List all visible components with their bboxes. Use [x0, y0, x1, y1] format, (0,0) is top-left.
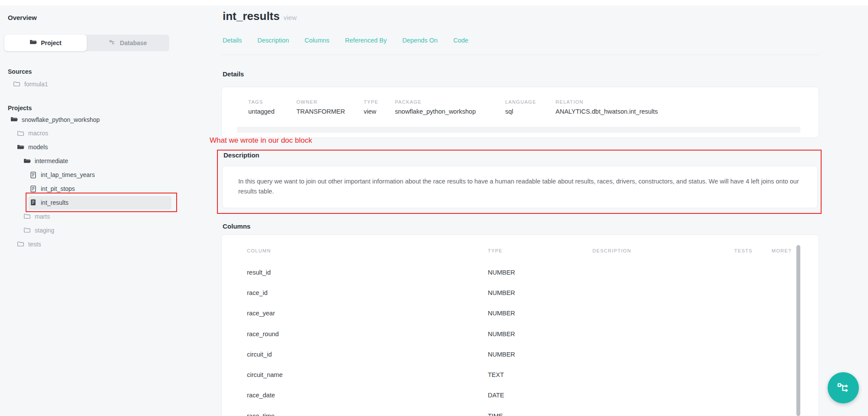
sidebar-item-label: snowflake_python_workshop	[22, 116, 100, 123]
sidebar-item-label: int_pit_stops	[41, 185, 75, 192]
column-header-more: MORE?	[772, 248, 798, 253]
detail-field-label: RELATION	[556, 99, 658, 105]
sidebar: Overview Project Database Sources formul…	[0, 5, 208, 416]
details-heading: Details	[223, 70, 244, 78]
sidebar-item-label: int_results	[41, 199, 69, 206]
detail-field-package: PACKAGEsnowflake_python_workshop	[395, 99, 505, 115]
description-card: In this query we want to join out other …	[222, 166, 818, 208]
detail-field-tags: TAGSuntagged	[248, 99, 296, 115]
file-filled-icon	[30, 199, 37, 206]
detail-field-label: TYPE	[364, 99, 395, 105]
column-header-column: COLUMN	[247, 248, 488, 253]
view-toggle: Project Database	[4, 35, 169, 51]
table-row-race_id[interactable]: race_idNUMBER	[247, 282, 798, 303]
sidebar-item-label: marts	[35, 213, 50, 220]
sidebar-item-tests[interactable]: tests	[17, 237, 41, 251]
detail-field-label: TAGS	[248, 99, 296, 105]
top-strip	[0, 0, 868, 5]
database-toggle-label: Database	[120, 39, 147, 46]
table-row-race_time[interactable]: race_timeTIME	[247, 406, 798, 416]
column-header-type: TYPE	[488, 248, 592, 253]
database-toggle-button[interactable]: Database	[87, 35, 169, 51]
tab-description[interactable]: Description	[257, 37, 289, 44]
column-name: race_time	[247, 413, 488, 416]
detail-field-label: OWNER	[296, 99, 364, 105]
sidebar-item-label: macros	[28, 130, 48, 137]
folder-open-icon	[30, 39, 37, 47]
folder-closed-icon	[23, 213, 31, 220]
sidebar-item-label: formula1	[24, 81, 48, 88]
column-name: result_id	[247, 269, 488, 276]
model-name: int_results	[223, 10, 280, 23]
folder-closed-icon	[13, 80, 20, 88]
columns-card: COLUMNTYPEDESCRIPTIONTESTSMORE? result_i…	[221, 234, 819, 416]
sidebar-item-formula1[interactable]: formula1	[13, 77, 48, 91]
column-header-description: DESCRIPTION	[592, 248, 734, 253]
details-fields: TAGSuntaggedOWNERTRANSFORMERTYPEviewPACK…	[248, 99, 658, 115]
column-type: TIME	[488, 413, 592, 416]
sidebar-item-int_pit_stops[interactable]: int_pit_stops	[30, 182, 75, 196]
detail-field-owner: OWNERTRANSFORMER	[296, 99, 364, 115]
detail-field-value: sql	[505, 108, 556, 115]
table-row-result_id[interactable]: result_idNUMBER	[247, 262, 798, 282]
folder-open-icon	[17, 144, 24, 151]
column-type: NUMBER	[488, 351, 592, 358]
table-row-race_round[interactable]: race_roundNUMBER	[247, 324, 798, 344]
sidebar-item-staging[interactable]: staging	[23, 223, 54, 237]
overview-heading: Overview	[8, 14, 37, 21]
file-outline-icon	[30, 185, 37, 193]
folder-open-icon	[10, 116, 18, 123]
lineage-graph-icon	[836, 381, 850, 395]
tab-columns[interactable]: Columns	[305, 37, 329, 44]
project-toggle-button[interactable]: Project	[4, 35, 87, 51]
column-type: NUMBER	[488, 269, 592, 276]
detail-field-value: view	[364, 108, 395, 115]
detail-field-value: TRANSFORMER	[296, 108, 364, 115]
detail-field-language: LANGUAGEsql	[505, 99, 556, 115]
folder-closed-icon	[23, 226, 31, 234]
column-type: DATE	[488, 392, 592, 399]
description-heading: Description	[224, 151, 260, 159]
tab-divider	[221, 55, 819, 55]
columns-heading: Columns	[223, 223, 250, 230]
sidebar-item-snowflake_python_workshop[interactable]: snowflake_python_workshop	[10, 113, 100, 126]
tab-referenced-by[interactable]: Referenced By	[345, 37, 387, 44]
table-row-race_year[interactable]: race_yearNUMBER	[247, 303, 798, 324]
sidebar-item-marts[interactable]: marts	[23, 210, 50, 223]
table-row-race_date[interactable]: race_dateDATE	[247, 385, 798, 406]
column-type: TEXT	[488, 371, 592, 378]
columns-table-body: result_idNUMBERrace_idNUMBERrace_yearNUM…	[247, 262, 798, 416]
model-type-label: view	[284, 14, 297, 21]
column-type: NUMBER	[488, 331, 592, 337]
sidebar-item-macros[interactable]: macros	[17, 127, 48, 140]
tab-code[interactable]: Code	[453, 37, 468, 44]
sidebar-item-int_results[interactable]: int_results	[30, 196, 69, 209]
table-scrollbar[interactable]	[796, 245, 800, 416]
sidebar-item-models[interactable]: models	[17, 141, 48, 154]
annotation-text: What we wrote in our doc block	[210, 136, 312, 145]
sources-heading: Sources	[8, 68, 32, 75]
column-name: race_year	[247, 310, 488, 317]
sidebar-item-int_lap_times_years[interactable]: int_lap_times_years	[30, 168, 95, 182]
sidebar-item-label: int_lap_times_years	[41, 171, 95, 178]
detail-field-value: snowflake_python_workshop	[395, 108, 505, 115]
projects-heading: Projects	[8, 105, 32, 111]
tab-details[interactable]: Details	[223, 37, 242, 44]
folder-closed-icon	[17, 130, 24, 137]
column-type: NUMBER	[488, 310, 592, 317]
details-collapsed-strip[interactable]	[237, 127, 800, 133]
file-outline-icon	[30, 171, 37, 179]
sidebar-item-label: staging	[35, 227, 54, 234]
lineage-graph-button[interactable]	[828, 372, 859, 403]
column-type: NUMBER	[488, 289, 592, 296]
detail-field-type: TYPEview	[364, 99, 395, 115]
sidebar-item-label: models	[28, 144, 48, 151]
tab-depends-on[interactable]: Depends On	[402, 37, 437, 44]
column-name: circuit_name	[247, 371, 488, 378]
details-card: TAGSuntaggedOWNERTRANSFORMERTYPEviewPACK…	[221, 87, 819, 138]
table-row-circuit_name[interactable]: circuit_nameTEXT	[247, 364, 798, 385]
table-row-circuit_id[interactable]: circuit_idNUMBER	[247, 344, 798, 364]
columns-table-header: COLUMNTYPEDESCRIPTIONTESTSMORE?	[247, 248, 798, 253]
column-name: race_round	[247, 331, 488, 337]
sidebar-item-intermediate[interactable]: intermediate	[23, 154, 68, 168]
